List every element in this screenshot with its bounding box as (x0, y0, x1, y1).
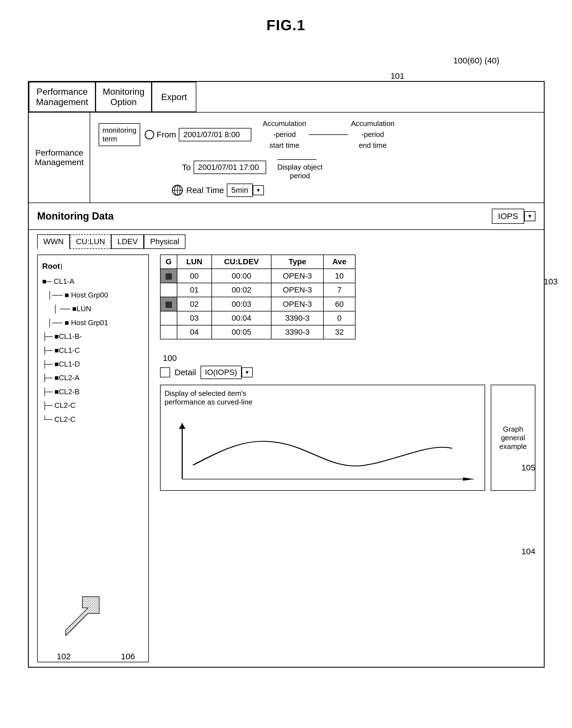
table-row[interactable]: ▩ 02 00:03 OPEN-3 60 (160, 297, 355, 311)
main-graph: Display of selected item's performance a… (160, 385, 485, 491)
ref-105: 105 (521, 463, 535, 472)
arrow-overlay (60, 591, 105, 640)
graph-description: Display of selected item's performance a… (161, 385, 485, 410)
tree-panel: Root ■─ CL1-A │── ■ Host Grp00 │ ── ■LUN… (37, 255, 149, 662)
ref-103: 103 (544, 277, 558, 286)
menu-performance-management[interactable]: Performance Management (29, 82, 95, 112)
g-cell-2[interactable]: ▩ (160, 297, 177, 311)
type-cell-0: OPEN-3 (271, 269, 324, 283)
type-cell-2: OPEN-3 (271, 297, 324, 311)
col-g: G (160, 255, 177, 269)
col-type: Type (271, 255, 324, 269)
svg-marker-6 (66, 597, 99, 636)
g-cell-3[interactable] (160, 311, 177, 325)
monitoring-data-label: Monitoring Data (37, 210, 492, 222)
type-cell-4: 3390-3 (271, 325, 324, 339)
from-label: From (156, 130, 176, 139)
table-row[interactable]: ▩ 00 00:00 OPEN-3 10 (160, 269, 355, 283)
col-ave: Ave (324, 255, 355, 269)
type-cell-1: OPEN-3 (271, 283, 324, 297)
tree-root: Root (42, 260, 144, 273)
iops-dropdown[interactable]: ▼ (524, 211, 535, 221)
g-cell-0[interactable]: ▩ (160, 269, 177, 283)
tab-bar: WWN CU:LUN LDEV Physical (29, 230, 544, 249)
g-cell-1[interactable] (160, 283, 177, 297)
iops-box[interactable]: IOPS (492, 209, 524, 224)
detail-row: Detail IO(IOPS) ▼ (160, 366, 535, 379)
accum-period-start: Accumulation -period start time Accumula… (263, 118, 395, 151)
culdev-cell-3: 00:04 (212, 311, 272, 325)
graph-general-example: Graph general example (491, 385, 535, 491)
lun-cell-4: 04 (177, 325, 212, 339)
tab-culun[interactable]: CU:LUN (70, 235, 111, 249)
graph-container: Display of selected item's performance a… (160, 385, 535, 491)
realtime-icon (171, 184, 184, 196)
main-window: Performance Management Monitoring Option… (28, 81, 545, 668)
menu-bar: Performance Management Monitoring Option… (29, 82, 544, 113)
menu-monitoring-option[interactable]: Monitoring Option (95, 82, 152, 112)
table-row[interactable]: 01 00:02 OPEN-3 7 (160, 283, 355, 297)
ave-cell-2: 60 (324, 297, 355, 311)
realtime-row: Real Time 5min ▼ (171, 184, 535, 197)
ref-102: 102 (57, 652, 71, 661)
perf-section-label: Performance Management (29, 113, 90, 203)
svg-marker-10 (463, 477, 474, 481)
col-lun: LUN (177, 255, 212, 269)
svg-marker-9 (179, 423, 186, 429)
lun-cell-1: 01 (177, 283, 212, 297)
table-row[interactable]: 03 00:04 3390-3 0 (160, 311, 355, 325)
to-datetime[interactable]: 2001/07/01 17:00 (194, 160, 266, 174)
tab-ldev[interactable]: LDEV (111, 235, 144, 249)
ref-100-table: 100 (163, 353, 535, 363)
ref-106: 106 (121, 652, 135, 661)
content-area: Root ■─ CL1-A │── ■ Host Grp00 │ ── ■LUN… (29, 249, 544, 668)
ave-cell-4: 32 (324, 325, 355, 339)
display-object-period-label: Display object period (277, 154, 323, 180)
ref-104: 104 (521, 547, 535, 556)
data-table: G LUN CU:LDEV Type Ave ▩ 00 00:00 OPEN-3 (160, 255, 356, 339)
menu-export[interactable]: Export (152, 82, 196, 112)
lun-cell-0: 00 (177, 269, 212, 283)
type-cell-3: 3390-3 (271, 311, 324, 325)
table-row[interactable]: 04 00:05 3390-3 32 (160, 325, 355, 339)
interval-box[interactable]: 5min (227, 184, 253, 197)
performance-curve (161, 420, 485, 487)
interval-dropdown[interactable]: ▼ (253, 185, 264, 195)
ave-cell-1: 7 (324, 283, 355, 297)
perf-controls: monitoring term From 2001/07/01 8:00 Acc… (90, 113, 544, 203)
io-iops-box[interactable]: IO(IOPS) (201, 366, 241, 379)
detail-checkbox[interactable] (160, 368, 170, 378)
perf-section: Performance Management monitoring term F… (29, 113, 544, 203)
radio-button-monitoring[interactable] (145, 130, 154, 139)
monitoring-term-box: monitoring term (98, 123, 140, 146)
right-panel: G LUN CU:LDEV Type Ave ▩ 00 00:00 OPEN-3 (160, 255, 535, 662)
lun-cell-2: 02 (177, 297, 212, 311)
io-iops-dropdown[interactable]: ▼ (241, 368, 253, 378)
g-cell-4[interactable] (160, 325, 177, 339)
detail-label: Detail (174, 368, 196, 377)
tab-physical[interactable]: Physical (144, 235, 185, 249)
culdev-cell-4: 00:05 (212, 325, 272, 339)
bottom-refs: 102 106 (57, 652, 135, 661)
culdev-cell-0: 00:00 (212, 269, 272, 283)
from-row: From 2001/07/01 8:00 (156, 128, 252, 141)
col-culdev: CU:LDEV (212, 255, 272, 269)
to-row: To 2001/07/01 17:00 (171, 160, 266, 174)
from-datetime[interactable]: 2001/07/01 8:00 (179, 128, 252, 141)
tab-wwn[interactable]: WWN (37, 235, 70, 249)
list-item: ■─ CL1-A │── ■ Host Grp00 │ ── ■LUN │── … (42, 275, 144, 426)
culdev-cell-2: 00:03 (212, 297, 272, 311)
lun-cell-3: 03 (177, 311, 212, 325)
to-label: To (171, 162, 191, 172)
realtime-label: Real Time (186, 186, 224, 195)
page-title: FIG.1 (0, 0, 572, 45)
monitoring-data-row: Monitoring Data IOPS ▼ (29, 203, 544, 230)
ref-label-100: 100(60) (40) (453, 56, 499, 65)
ave-cell-3: 0 (324, 311, 355, 325)
culdev-cell-1: 00:02 (212, 283, 272, 297)
ref-label-101: 101 (390, 71, 405, 81)
ave-cell-0: 10 (324, 269, 355, 283)
